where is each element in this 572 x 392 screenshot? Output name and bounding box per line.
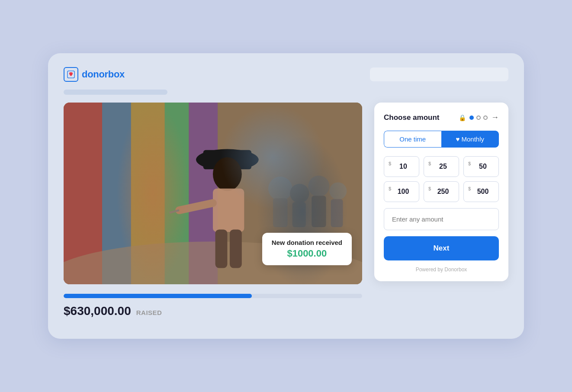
svg-rect-12 <box>213 189 244 232</box>
donation-popup: New donation received $1000.00 <box>262 233 352 265</box>
amount-button-250[interactable]: $ 250 <box>424 181 459 202</box>
progress-bar-container <box>64 294 362 298</box>
campaign-image: New donation received $1000.00 <box>64 103 362 284</box>
next-step-arrow-icon[interactable]: → <box>491 113 499 122</box>
amount-value: 100 <box>398 188 409 196</box>
svg-rect-6 <box>189 103 218 284</box>
progress-labels: $630,000.00 RAISED <box>64 304 362 318</box>
card-title: Choose amount <box>384 113 439 122</box>
header-search-bar <box>370 67 508 81</box>
step-dot-2 <box>476 116 481 120</box>
svg-rect-23 <box>312 196 326 227</box>
left-panel: New donation received $1000.00 $630,000.… <box>64 103 362 318</box>
svg-rect-4 <box>131 103 165 284</box>
progress-section: $630,000.00 RAISED <box>64 292 362 318</box>
monthly-toggle-button[interactable]: ♥ Monthly <box>441 131 499 148</box>
app-container: donorbox <box>48 53 524 339</box>
frequency-toggle-group: One time ♥ Monthly <box>384 131 499 148</box>
svg-rect-3 <box>102 103 131 284</box>
donation-card: Choose amount 🔒 → One time <box>374 103 508 281</box>
amount-value: 50 <box>479 163 487 170</box>
amount-value: 25 <box>439 163 447 170</box>
svg-point-17 <box>268 177 292 201</box>
amount-button-25[interactable]: $ 25 <box>424 156 459 177</box>
svg-rect-5 <box>165 103 189 284</box>
currency-symbol: $ <box>468 186 471 191</box>
svg-rect-16 <box>230 229 242 268</box>
currency-symbol: $ <box>428 186 431 191</box>
amount-button-10[interactable]: $ 10 <box>384 156 419 177</box>
svg-point-18 <box>290 184 309 203</box>
logo-icon <box>64 67 78 82</box>
logo: donorbox <box>64 67 125 82</box>
lock-icon: 🔒 <box>459 114 466 121</box>
currency-symbol: $ <box>389 186 391 191</box>
svg-rect-22 <box>292 202 306 227</box>
svg-point-9 <box>196 149 259 170</box>
progress-bar-fill <box>64 294 252 298</box>
card-header-icons: 🔒 → <box>459 113 499 122</box>
donation-popup-amount: $1000.00 <box>272 248 342 259</box>
step-dots <box>469 116 488 120</box>
amount-value: 10 <box>399 163 407 170</box>
header: donorbox <box>64 67 508 82</box>
amount-grid: $ 10 $ 25 $ 50 $ 100 <box>384 156 499 202</box>
donation-popup-title: New donation received <box>272 239 342 246</box>
logo-text: donorbox <box>82 69 125 80</box>
amount-button-500[interactable]: $ 500 <box>463 181 499 202</box>
currency-symbol: $ <box>389 161 391 166</box>
card-header: Choose amount 🔒 → <box>384 113 499 122</box>
one-time-toggle-button[interactable]: One time <box>384 131 441 148</box>
svg-line-14 <box>170 210 179 213</box>
step-dot-1 <box>469 116 474 120</box>
next-button[interactable]: Next <box>384 236 499 260</box>
custom-amount-input[interactable] <box>384 208 499 230</box>
right-panel: Choose amount 🔒 → One time <box>374 103 508 281</box>
raised-label: RAISED <box>136 309 162 316</box>
step-dot-3 <box>483 116 488 120</box>
svg-line-13 <box>179 203 213 210</box>
svg-point-19 <box>308 176 329 197</box>
amount-button-50[interactable]: $ 50 <box>463 156 499 177</box>
amount-value: 500 <box>477 188 489 196</box>
svg-point-20 <box>329 182 347 199</box>
heart-icon: ♥ <box>456 135 461 143</box>
currency-symbol: $ <box>468 161 471 166</box>
svg-point-11 <box>213 157 242 191</box>
svg-rect-10 <box>203 150 251 170</box>
svg-rect-21 <box>273 198 287 227</box>
svg-rect-24 <box>331 199 343 227</box>
main-content: New donation received $1000.00 $630,000.… <box>64 103 508 318</box>
powered-by-text: Powered by Donorbox <box>384 267 499 273</box>
amount-button-100[interactable]: $ 100 <box>384 181 419 202</box>
svg-rect-15 <box>215 229 228 268</box>
amount-value: 250 <box>437 188 449 196</box>
svg-rect-2 <box>64 103 102 284</box>
amount-raised: $630,000.00 <box>64 304 131 318</box>
currency-symbol: $ <box>428 161 431 166</box>
sub-header-placeholder <box>64 90 167 95</box>
